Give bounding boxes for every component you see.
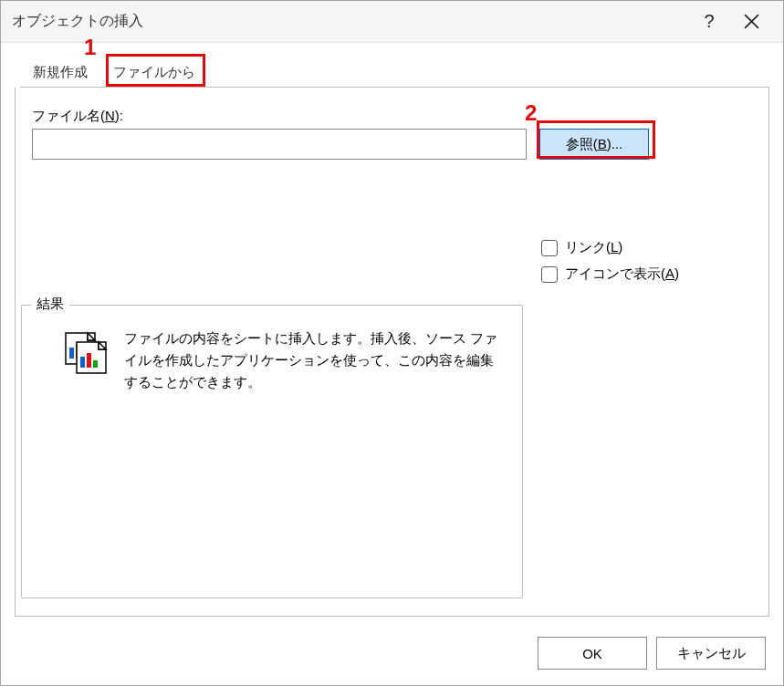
browse-label-suffix: )... bbox=[607, 136, 623, 151]
tab-bar: 新規作成 ファイルから bbox=[20, 55, 769, 88]
filename-label-suffix: ): bbox=[115, 108, 123, 123]
result-legend: 結果 bbox=[31, 296, 69, 313]
svg-rect-4 bbox=[69, 348, 74, 359]
result-description: ファイルの内容をシートに挿入します。挿入後、ソース ファイルを作成したアプリケー… bbox=[124, 327, 506, 393]
filename-input[interactable] bbox=[32, 129, 527, 160]
embedded-object-icon bbox=[60, 331, 108, 378]
browse-label-prefix: 参照( bbox=[566, 136, 598, 151]
link-checkbox[interactable] bbox=[541, 240, 558, 256]
tab-from-file[interactable]: ファイルから bbox=[100, 57, 208, 87]
svg-rect-11 bbox=[93, 360, 98, 368]
svg-rect-10 bbox=[87, 353, 91, 368]
dialog-footer-buttons: OK キャンセル bbox=[538, 637, 766, 670]
tab-panel-from-file: ファイル名(N): 参照(B)... 2 リンク(L) bbox=[15, 88, 769, 617]
title-bar: オブジェクトの挿入 ? bbox=[1, 1, 783, 43]
filename-label: ファイル名(N): bbox=[32, 108, 752, 125]
ok-button[interactable]: OK bbox=[538, 637, 647, 670]
close-button[interactable] bbox=[730, 2, 772, 42]
tab-new[interactable]: 新規作成 bbox=[20, 57, 100, 87]
result-body: ファイルの内容をシートに挿入します。挿入後、ソース ファイルを作成したアプリケー… bbox=[22, 306, 522, 413]
insert-object-dialog: オブジェクトの挿入 ? 新規作成 ファイルから 1 ファイル名(N): 参照(B… bbox=[0, 0, 784, 686]
close-icon bbox=[744, 14, 759, 29]
browse-label-key: B bbox=[598, 136, 607, 151]
cancel-button[interactable]: キャンセル bbox=[656, 637, 766, 670]
filename-row: 参照(B)... bbox=[32, 129, 752, 160]
options-checkboxes: リンク(L) アイコンで表示(A) bbox=[541, 239, 679, 283]
help-button[interactable]: ? bbox=[688, 2, 730, 42]
display-as-icon-checkbox-row[interactable]: アイコンで表示(A) bbox=[541, 265, 679, 283]
display-as-icon-checkbox-label: アイコンで表示(A) bbox=[565, 265, 679, 283]
dialog-content: 新規作成 ファイルから 1 ファイル名(N): 参照(B)... 2 bbox=[2, 44, 782, 684]
dialog-title: オブジェクトの挿入 bbox=[12, 12, 688, 31]
link-checkbox-row[interactable]: リンク(L) bbox=[541, 239, 679, 256]
filename-label-prefix: ファイル名( bbox=[32, 108, 105, 123]
result-group: 結果 bbox=[21, 305, 523, 598]
browse-button[interactable]: 参照(B)... bbox=[539, 129, 649, 160]
filename-label-key: N bbox=[105, 108, 115, 123]
display-as-icon-checkbox[interactable] bbox=[541, 266, 558, 283]
svg-rect-9 bbox=[80, 357, 85, 368]
link-checkbox-label: リンク(L) bbox=[565, 239, 622, 256]
